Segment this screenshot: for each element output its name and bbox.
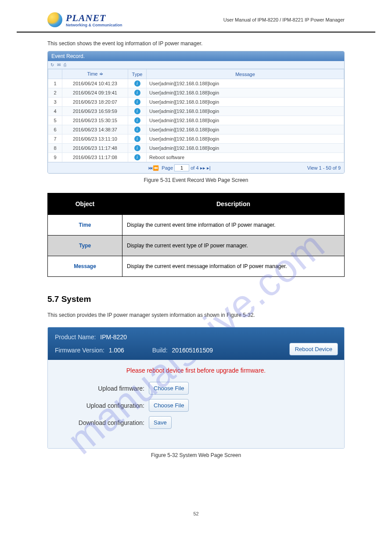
row-type: i [128, 116, 147, 125]
row-type: i [128, 144, 147, 153]
table-row: 32016/06/23 18:20:07iUser[admin][192.168… [48, 98, 344, 107]
desc-row: TypeDisplay the current event type of IP… [48, 236, 345, 256]
row-time: 2016/06/23 14:38:37 [62, 125, 128, 134]
row-message: User[admin][192.168.0.188]login [147, 107, 344, 116]
desc-text: Display the current event message inform… [122, 256, 345, 277]
page-header: PLANET Networking & Communication User M… [17, 12, 375, 33]
row-index: 1 [48, 79, 62, 88]
col-header-type[interactable]: Type [128, 69, 147, 79]
row-type: i [128, 134, 147, 144]
pager-summary: View 1 - 50 of 9 [307, 165, 341, 170]
brand-name: PLANET [66, 12, 122, 24]
row-type: i [128, 107, 147, 116]
upload-config-label: Upload configuration: [57, 402, 149, 409]
row-index: 4 [48, 107, 62, 116]
col-header-time[interactable]: Time ≑ [62, 69, 128, 79]
system-panel-header: Product Name: IPM-8220 Firmware Version:… [48, 327, 344, 360]
firmware-version-value: 1.006 [109, 347, 124, 354]
event-panel-title: Event Record. [48, 51, 344, 61]
row-message: User[admin][192.168.0.188]login [147, 79, 344, 88]
upload-config-button[interactable]: Choose File [149, 399, 189, 412]
table-row: 82016/06/23 11:17:48iUser[admin][192.168… [48, 144, 344, 153]
row-message: User[admin][192.168.0.188]login [147, 88, 344, 98]
brand-tagline: Networking & Communication [66, 23, 122, 27]
upload-firmware-button[interactable]: Choose File [149, 382, 189, 395]
table-row: 52016/06/23 15:30:15iUser[admin][192.168… [48, 116, 344, 125]
desc-object: Time [48, 215, 122, 236]
row-time: 2016/06/23 15:30:15 [62, 116, 128, 125]
reboot-device-button[interactable]: Reboot Device [289, 343, 338, 355]
row-index: 3 [48, 98, 62, 107]
build-value: 201605161509 [172, 347, 213, 354]
col-header-message[interactable]: Message [147, 69, 344, 79]
pager-first-icon[interactable]: ⏮⏪ [148, 165, 159, 170]
row-message: User[admin][192.168.0.188]login [147, 98, 344, 107]
info-icon: i [134, 127, 140, 133]
desc-row: TimeDisplay the current event time infor… [48, 215, 345, 236]
pager-page-total: of 4 ▸▸ ▸| [191, 165, 210, 170]
product-name-value: IPM-8220 [100, 334, 127, 341]
row-message: User[admin][192.168.0.188]login [147, 134, 344, 144]
logo-text: PLANET Networking & Communication [66, 12, 122, 27]
info-icon: i [134, 117, 140, 123]
reboot-warning-text: Please reboot device first before upgrad… [57, 367, 335, 374]
desc-head-description: Description [122, 193, 345, 215]
planet-logo-icon [47, 12, 62, 27]
intro-text-system: This section provides the IP power manag… [47, 312, 345, 318]
refresh-icon[interactable]: ↻ [50, 62, 54, 67]
table-row: 62016/06/23 14:38:37iUser[admin][192.168… [48, 125, 344, 134]
description-table: Object Description TimeDisplay the curre… [47, 193, 345, 277]
desc-text: Display the current event time informati… [122, 215, 345, 236]
row-message: User[admin][192.168.0.188]login [147, 125, 344, 134]
row-type: i [128, 125, 147, 134]
row-time: 2016/06/23 13:11:10 [62, 134, 128, 144]
intro-text-eventlog: This section shows the event log informa… [47, 40, 345, 47]
info-icon: i [134, 145, 140, 151]
event-record-panel: Event Record. ↻ ✉ ⎙ Time ≑ Type Message [47, 51, 345, 174]
pager-page-input[interactable] [174, 164, 189, 171]
row-type: i [128, 153, 147, 162]
info-icon: i [134, 99, 140, 105]
info-icon: i [134, 80, 140, 87]
row-index: 5 [48, 116, 62, 125]
row-time: 2016/06/24 09:19:41 [62, 88, 128, 98]
desc-object: Type [48, 236, 122, 256]
doc-title: User Manual of IPM-8220 / IPM-8221 IP Po… [223, 17, 345, 22]
pager-page-label: Page [162, 165, 173, 170]
row-time: 2016/06/23 11:17:08 [62, 153, 128, 162]
table-row: 22016/06/24 09:19:41iUser[admin][192.168… [48, 88, 344, 98]
figure-caption-531: Figure 5-31 Event Record Web Page Screen [47, 177, 345, 183]
firmware-version-label: Firmware Version: [55, 347, 104, 354]
mail-icon[interactable]: ✉ [57, 62, 61, 67]
desc-object: Message [48, 256, 122, 277]
info-icon: i [134, 154, 140, 160]
row-time: 2016/06/23 18:20:07 [62, 98, 128, 107]
row-message: Reboot software [147, 153, 344, 162]
desc-row: MessageDisplay the current event message… [48, 256, 345, 277]
figure-caption-532: Figure 5-32 System Web Page Screen [47, 452, 345, 458]
row-index: 8 [48, 144, 62, 153]
event-toolbar: ↻ ✉ ⎙ [48, 61, 344, 69]
system-panel-body: Please reboot device first before upgrad… [48, 360, 344, 448]
table-row: 72016/06/23 13:11:10iUser[admin][192.168… [48, 134, 344, 144]
info-icon: i [134, 136, 140, 142]
row-message: User[admin][192.168.0.188]login [147, 144, 344, 153]
system-panel: Product Name: IPM-8220 Firmware Version:… [47, 327, 345, 449]
row-message: User[admin][192.168.0.188]login [147, 116, 344, 125]
row-time: 2016/06/23 11:17:48 [62, 144, 128, 153]
upload-firmware-label: Upload firmware: [57, 385, 149, 392]
print-icon[interactable]: ⎙ [64, 62, 66, 67]
info-icon: i [134, 90, 140, 96]
row-index: 2 [48, 88, 62, 98]
row-index: 7 [48, 134, 62, 144]
desc-text: Display the current event type of IP pow… [122, 236, 345, 256]
row-index: 9 [48, 153, 62, 162]
row-type: i [128, 79, 147, 88]
page-number: 52 [47, 511, 345, 516]
download-config-button[interactable]: Save [149, 416, 172, 429]
table-row: 42016/06/23 16:59:59iUser[admin][192.168… [48, 107, 344, 116]
row-time: 2016/06/24 10:41:23 [62, 79, 128, 88]
table-row: 12016/06/24 10:41:23iUser[admin][192.168… [48, 79, 344, 88]
desc-head-object: Object [48, 193, 122, 215]
build-label: Build: [152, 347, 168, 354]
